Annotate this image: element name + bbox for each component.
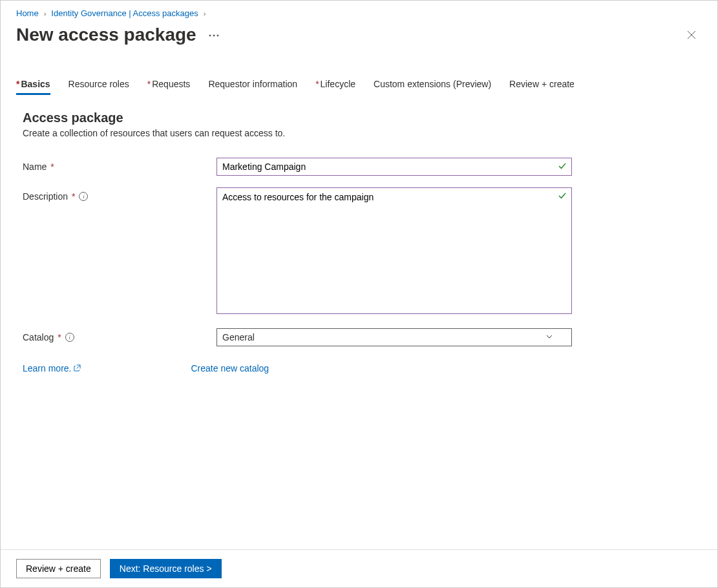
links-row: Learn more. Create new catalog (23, 363, 695, 373)
required-asterisk: * (72, 191, 75, 202)
check-icon (558, 191, 567, 203)
title-row: New access package ⋯ (16, 25, 702, 45)
tab-label: Basics (21, 79, 50, 89)
page-title-text: New access package (16, 25, 196, 45)
tab-label: Lifecycle (321, 79, 355, 89)
external-link-icon (74, 364, 81, 373)
select-value: General (222, 332, 255, 342)
tab-review-create[interactable]: Review + create (509, 79, 575, 94)
breadcrumb-governance[interactable]: Identity Governance | Access packages (51, 8, 198, 18)
chevron-right-icon: › (201, 10, 209, 17)
name-row: Name * (23, 158, 695, 176)
description-row: Description * i (23, 187, 695, 317)
tab-label: Requestor information (208, 79, 297, 89)
review-create-button[interactable]: Review + create (16, 559, 101, 578)
next-button[interactable]: Next: Resource roles > (110, 559, 222, 578)
description-label: Description * i (23, 187, 216, 202)
tab-label: Requests (152, 79, 190, 89)
tab-requests[interactable]: *Requests (147, 79, 191, 94)
name-input[interactable] (216, 158, 572, 176)
required-asterisk: * (315, 79, 319, 89)
required-asterisk: * (16, 79, 19, 89)
close-button[interactable] (681, 25, 702, 45)
description-input[interactable] (216, 187, 572, 314)
close-icon (687, 30, 696, 39)
label-text: Description (23, 191, 68, 202)
label-text: Name (23, 162, 47, 172)
link-text: Create new catalog (191, 363, 269, 373)
name-label: Name * (23, 158, 216, 172)
section-description: Create a collection of resources that us… (23, 128, 695, 138)
tab-label: Custom extensions (Preview) (374, 79, 491, 89)
tab-resource-roles[interactable]: Resource roles (69, 79, 129, 94)
catalog-field-wrap: General (216, 328, 572, 346)
new-access-package-window: Home › Identity Governance | Access pack… (0, 0, 718, 588)
tab-label: Resource roles (69, 79, 129, 89)
more-actions-icon[interactable]: ⋯ (208, 28, 221, 42)
wizard-tabs: *Basics Resource roles *Requests Request… (1, 79, 717, 95)
name-field-wrap (216, 158, 572, 176)
tab-requestor-info[interactable]: Requestor information (208, 79, 297, 94)
section-title: Access package (23, 110, 695, 125)
check-icon (558, 162, 567, 173)
required-asterisk: * (147, 79, 151, 89)
link-text: Learn more. (23, 363, 71, 373)
page-title: New access package ⋯ (16, 25, 221, 45)
required-asterisk: * (58, 332, 61, 342)
content-area: Access package Create a collection of re… (1, 95, 717, 549)
info-icon[interactable]: i (65, 333, 74, 342)
learn-more-link[interactable]: Learn more. (23, 363, 81, 373)
breadcrumb: Home › Identity Governance | Access pack… (16, 8, 702, 18)
catalog-label: Catalog * i (23, 328, 216, 342)
chevron-down-icon (545, 332, 553, 342)
label-text: Catalog (23, 332, 54, 342)
info-icon[interactable]: i (79, 192, 88, 201)
catalog-select[interactable]: General (216, 328, 572, 346)
tab-custom-extensions[interactable]: Custom extensions (Preview) (374, 79, 491, 94)
tab-label: Review + create (509, 79, 575, 89)
create-new-catalog-link[interactable]: Create new catalog (191, 363, 269, 373)
required-asterisk: * (50, 162, 54, 172)
breadcrumb-home[interactable]: Home (16, 8, 39, 18)
chevron-right-icon: › (41, 10, 49, 17)
tab-basics[interactable]: *Basics (16, 79, 50, 94)
tab-lifecycle[interactable]: *Lifecycle (315, 79, 355, 94)
footer: Review + create Next: Resource roles > (1, 549, 717, 587)
description-field-wrap (216, 187, 572, 317)
catalog-row: Catalog * i General (23, 328, 695, 346)
header: Home › Identity Governance | Access pack… (1, 1, 717, 45)
